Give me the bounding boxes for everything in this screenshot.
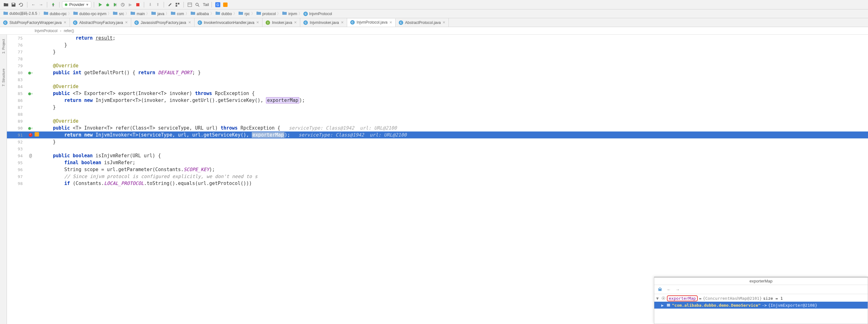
- line-number[interactable]: 85: [7, 91, 26, 96]
- side-tab-structure[interactable]: 7: Structure: [1, 67, 6, 88]
- code-content[interactable]: if (Constants.LOCAL_PROTOCOL.toString().…: [41, 181, 868, 186]
- refresh-icon[interactable]: [18, 1, 25, 8]
- breadcrumb-item[interactable]: java: [151, 11, 164, 17]
- line-number[interactable]: 78: [7, 57, 26, 61]
- code-content[interactable]: }: [41, 42, 868, 48]
- back-icon[interactable]: ←: [30, 1, 37, 8]
- debug-variable-row[interactable]: ▼exporterMap = {ConcurrentHashMap@2101} …: [654, 295, 868, 302]
- line-number[interactable]: 76: [7, 43, 26, 47]
- gutter-marker[interactable]: [26, 133, 35, 137]
- coverage-icon[interactable]: [112, 1, 119, 8]
- gutter-marker[interactable]: ●↑: [26, 70, 35, 75]
- editor-tab[interactable]: CStubProxyFactoryWrapper.java✕: [0, 18, 70, 27]
- forward-icon[interactable]: →: [37, 1, 44, 8]
- line-number[interactable]: 98: [7, 181, 26, 186]
- sub-crumb-method[interactable]: refer(): [64, 29, 74, 33]
- breadcrumb-item[interactable]: dubbo源码-2.6.5: [3, 11, 37, 17]
- code-content[interactable]: return new InjvmInvoker<T>(serviceType, …: [41, 132, 868, 138]
- build-icon[interactable]: [50, 1, 57, 8]
- debug-icon[interactable]: [104, 1, 111, 8]
- close-icon[interactable]: ✕: [294, 21, 297, 25]
- breadcrumb-item[interactable]: src: [113, 11, 124, 17]
- code-line[interactable]: 89 @Override: [7, 118, 868, 125]
- line-number[interactable]: 84: [7, 84, 26, 89]
- code-line[interactable]: 96 String scope = url.getParameter(Const…: [7, 166, 868, 173]
- code-content[interactable]: return result;: [41, 35, 868, 41]
- breadcrumb-item[interactable]: dubbo-rpc-injvm: [73, 11, 106, 17]
- code-line[interactable]: 95 final boolean isJvmRefer;: [7, 159, 868, 166]
- code-content[interactable]: return new InjvmExporter<T>(invoker, inv…: [41, 98, 868, 103]
- line-number[interactable]: 87: [7, 105, 26, 110]
- line-number[interactable]: 97: [7, 174, 26, 179]
- code-content[interactable]: }: [41, 104, 868, 110]
- code-line[interactable]: 75 return result;: [7, 35, 868, 41]
- editor-tab[interactable]: CInjvmInvoker.java✕: [300, 18, 347, 27]
- line-number[interactable]: 88: [7, 112, 26, 117]
- line-number[interactable]: 90: [7, 126, 26, 131]
- line-number[interactable]: 89: [7, 119, 26, 124]
- code-content[interactable]: @Override: [41, 84, 868, 89]
- code-line[interactable]: 79 @Override: [7, 62, 868, 69]
- code-content[interactable]: // Since injvm protocol is configured ex…: [41, 174, 868, 179]
- code-line[interactable]: 93: [7, 145, 868, 152]
- breadcrumb-item[interactable]: dubbo-rpc: [43, 11, 67, 17]
- close-icon[interactable]: ✕: [125, 21, 128, 25]
- code-line[interactable]: 83: [7, 76, 868, 83]
- stop-icon[interactable]: [134, 1, 141, 8]
- vcs-commit-icon[interactable]: ⬆: [154, 1, 161, 8]
- code-line[interactable]: 97 // Since injvm protocol is configured…: [7, 173, 868, 180]
- line-number[interactable]: 96: [7, 167, 26, 172]
- breadcrumb-item[interactable]: CInjvmProtocol: [303, 12, 332, 16]
- line-number[interactable]: 83: [7, 77, 26, 82]
- close-icon[interactable]: ✕: [256, 21, 259, 25]
- run-icon[interactable]: [97, 1, 103, 8]
- layout-icon[interactable]: [186, 1, 193, 8]
- code-content[interactable]: }: [41, 139, 868, 145]
- breadcrumb-item[interactable]: injvm: [282, 11, 297, 17]
- debug-forward-icon[interactable]: →: [675, 286, 681, 293]
- code-line[interactable]: 90●↑ public <T> Invoker<T> refer(Class<T…: [7, 125, 868, 131]
- editor-tab[interactable]: CAbstractProtocol.java✕: [396, 18, 449, 27]
- code-line[interactable]: 91 return new InjvmInvoker<T>(serviceTyp…: [7, 131, 868, 138]
- search-icon[interactable]: [194, 1, 201, 8]
- breadcrumb-item[interactable]: main: [130, 11, 145, 17]
- line-number[interactable]: 79: [7, 64, 26, 68]
- run-config-selector[interactable]: Provider ▾: [62, 1, 91, 8]
- breadcrumb-item[interactable]: dubbo: [215, 11, 232, 17]
- structure-icon[interactable]: [174, 1, 181, 8]
- debug-variable-row[interactable]: ▶"com.alibaba.dubbo.demo.DemoService" ->…: [654, 302, 868, 309]
- line-number[interactable]: 95: [7, 160, 26, 165]
- code-content[interactable]: public int getDefaultPort() { return DEF…: [41, 70, 868, 75]
- code-content[interactable]: public <T> Invoker<T> refer(Class<T> ser…: [41, 125, 868, 131]
- profile-icon[interactable]: [119, 1, 126, 8]
- breadcrumb-item[interactable]: protocol: [256, 11, 276, 17]
- code-line[interactable]: 92 }: [7, 138, 868, 145]
- line-number[interactable]: 92: [7, 140, 26, 144]
- close-icon[interactable]: ✕: [341, 21, 344, 25]
- breadcrumb-item[interactable]: alibaba: [190, 11, 209, 17]
- gutter-marker[interactable]: ●↑: [26, 125, 35, 131]
- code-line[interactable]: 77 }: [7, 48, 868, 55]
- expand-icon[interactable]: ▶: [661, 303, 665, 307]
- gutter-marker[interactable]: ●↑: [26, 91, 35, 96]
- code-line[interactable]: 86 return new InjvmExporter<T>(invoker, …: [7, 97, 868, 104]
- line-number[interactable]: 91: [7, 133, 26, 137]
- close-icon[interactable]: ✕: [389, 21, 392, 25]
- code-content[interactable]: }: [41, 49, 868, 55]
- line-number[interactable]: 77: [7, 50, 26, 55]
- google-icon[interactable]: [222, 1, 229, 8]
- line-number[interactable]: 93: [7, 147, 26, 151]
- code-content[interactable]: @Override: [41, 63, 868, 69]
- line-number[interactable]: 75: [7, 36, 26, 40]
- code-content[interactable]: final boolean isJvmRefer;: [41, 160, 868, 165]
- editor-tab[interactable]: CAbstractProxyFactory.java✕: [70, 18, 131, 27]
- code-line[interactable]: 98 if (Constants.LOCAL_PROTOCOL.toString…: [7, 180, 868, 187]
- vcs-update-icon[interactable]: ⬇: [147, 1, 154, 8]
- editor-tab[interactable]: CInvokerInvocationHandler.java✕: [194, 18, 263, 27]
- debug-variables-tree[interactable]: ▼exporterMap = {ConcurrentHashMap@2101} …: [654, 294, 868, 324]
- debug-home-icon[interactable]: [657, 286, 663, 293]
- editor-tab[interactable]: IInvoker.java✕: [262, 18, 300, 27]
- save-icon[interactable]: [10, 1, 17, 8]
- close-icon[interactable]: ✕: [64, 21, 66, 25]
- code-content[interactable]: @Override: [41, 118, 868, 124]
